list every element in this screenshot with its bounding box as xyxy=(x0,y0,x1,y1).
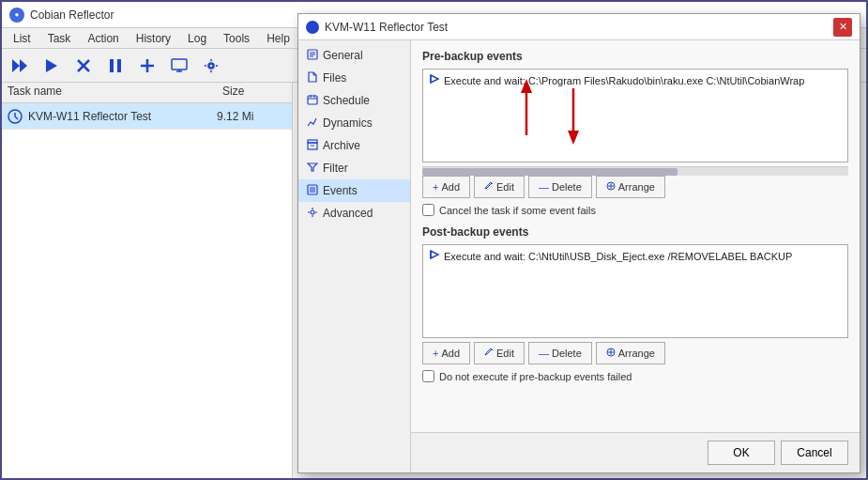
post-arrange-btn[interactable]: Arrange xyxy=(596,342,665,364)
nav-advanced-label: Advanced xyxy=(323,207,373,220)
checkbox-cancel[interactable] xyxy=(422,204,434,216)
task-name: KVM-W11 Reflector Test xyxy=(28,110,217,123)
menu-tools[interactable]: Tools xyxy=(216,30,257,47)
toolbar-pause-btn[interactable] xyxy=(101,53,129,79)
svg-line-16 xyxy=(15,116,18,119)
menu-history[interactable]: History xyxy=(129,30,178,47)
pre-backup-event-text: Execute and wait: C:\Program Files\Rakud… xyxy=(444,75,804,86)
svg-point-13 xyxy=(209,64,213,68)
menu-list[interactable]: List xyxy=(6,30,38,47)
dynamics-icon xyxy=(306,116,319,130)
post-delete-icon: — xyxy=(539,348,549,359)
nav-archive-label: Archive xyxy=(323,139,360,152)
pre-backup-event-item: Execute and wait: C:\Program Files\Rakud… xyxy=(423,70,847,91)
pre-backup-scrollbar-thumb xyxy=(422,168,678,176)
advanced-icon xyxy=(306,207,319,220)
menu-task[interactable]: Task xyxy=(40,30,79,47)
svg-marker-44 xyxy=(568,131,579,145)
pre-add-btn[interactable]: + Add xyxy=(422,176,470,198)
checkbox-noexec-row: Do not execute if pre-backup events fail… xyxy=(422,370,848,382)
menu-help[interactable]: Help xyxy=(259,30,297,47)
pre-backup-scrollbar[interactable] xyxy=(422,166,848,176)
pre-add-icon: + xyxy=(433,181,438,193)
menu-log[interactable]: Log xyxy=(180,30,214,47)
nav-dynamics-label: Dynamics xyxy=(323,116,373,130)
post-arrange-icon xyxy=(606,348,616,359)
task-size: 9.12 Mi xyxy=(217,110,292,123)
nav-files[interactable]: Files xyxy=(298,67,410,89)
checkbox-cancel-label: Cancel the task if some event fails xyxy=(439,205,596,216)
dialog-title-left: KVM-W11 Reflector Test xyxy=(306,21,448,34)
schedule-icon xyxy=(306,94,319,107)
dialog-close-btn[interactable]: ✕ xyxy=(833,18,852,37)
files-icon xyxy=(306,71,319,85)
pre-arrange-btn[interactable]: Arrange xyxy=(596,176,665,198)
checkbox-noexec[interactable] xyxy=(422,370,434,382)
nav-schedule[interactable]: Schedule xyxy=(298,89,410,112)
checkbox-noexec-label: Do not execute if pre-backup events fail… xyxy=(439,371,632,382)
toolbar-stop-btn[interactable] xyxy=(69,53,98,79)
svg-point-34 xyxy=(311,210,314,214)
post-backup-event-text: Execute and wait: C:\NtUtil\USB_Disk_Eje… xyxy=(444,251,792,262)
svg-rect-6 xyxy=(117,59,121,72)
svg-marker-0 xyxy=(12,59,20,72)
col-size: Size xyxy=(217,83,292,102)
col-task-name: Task name xyxy=(2,83,217,102)
nav-filter-label: Filter xyxy=(323,162,348,175)
nav-archive[interactable]: Archive xyxy=(298,134,410,157)
app-window: ● Cobian Reflector List Task Action Hist… xyxy=(0,0,868,480)
pre-delete-btn[interactable]: — Delete xyxy=(528,176,592,198)
pre-backup-btn-row: + Add Edit — Delete xyxy=(422,176,848,198)
pre-edit-icon xyxy=(484,181,494,193)
nav-schedule-label: Schedule xyxy=(323,94,370,107)
filter-icon xyxy=(306,162,319,175)
dialog-nav: General Files Schedule xyxy=(298,40,411,472)
post-backup-label: Post-backup events xyxy=(422,225,848,239)
svg-rect-9 xyxy=(172,59,187,70)
post-edit-icon xyxy=(484,348,494,359)
app-title: Cobian Reflector xyxy=(30,8,114,22)
post-add-btn[interactable]: + Add xyxy=(422,342,470,364)
nav-events[interactable]: Events xyxy=(298,179,410,202)
cancel-button[interactable]: Cancel xyxy=(781,441,848,465)
nav-general[interactable]: General xyxy=(298,44,410,67)
post-backup-events-list[interactable]: Execute and wait: C:\NtUtil\USB_Disk_Eje… xyxy=(422,244,848,338)
svg-marker-1 xyxy=(20,59,27,72)
dialog-content: Pre-backup events Execute and wait: C:\P… xyxy=(411,40,860,432)
nav-filter[interactable]: Filter xyxy=(298,157,410,179)
archive-icon xyxy=(306,139,319,152)
pre-backup-events-list[interactable]: Execute and wait: C:\Program Files\Rakud… xyxy=(422,69,848,163)
svg-rect-23 xyxy=(308,96,317,104)
pre-arrange-icon xyxy=(606,181,616,193)
nav-dynamics[interactable]: Dynamics xyxy=(298,112,410,134)
dialog-titlebar: KVM-W11 Reflector Test ✕ xyxy=(298,14,860,40)
task-row[interactable]: KVM-W11 Reflector Test 9.12 Mi xyxy=(2,103,292,130)
svg-marker-2 xyxy=(46,59,57,72)
nav-events-label: Events xyxy=(323,184,358,197)
nav-advanced[interactable]: Advanced xyxy=(298,202,410,225)
general-icon xyxy=(306,49,319,62)
events-icon xyxy=(306,184,319,197)
dialog-body: General Files Schedule xyxy=(298,40,860,472)
tasklist-area: Task name Size KVM-W11 Reflector Test 9.… xyxy=(2,83,293,478)
ok-button[interactable]: OK xyxy=(708,441,775,465)
nav-files-label: Files xyxy=(323,71,346,85)
svg-rect-5 xyxy=(110,59,114,72)
post-backup-btn-row: + Add Edit — Delete xyxy=(422,342,848,364)
tasklist-header: Task name Size xyxy=(2,83,292,103)
dialog-title-icon xyxy=(306,21,319,34)
menu-action[interactable]: Action xyxy=(80,30,126,47)
toolbar-monitor-btn[interactable] xyxy=(165,53,193,79)
post-delete-btn[interactable]: — Delete xyxy=(528,342,592,364)
post-edit-btn[interactable]: Edit xyxy=(474,342,525,364)
pre-delete-icon: — xyxy=(539,181,549,193)
dialog-footer: OK Cancel xyxy=(411,432,860,472)
pre-edit-btn[interactable]: Edit xyxy=(474,176,525,198)
toolbar-settings-btn[interactable] xyxy=(197,53,225,79)
pre-backup-label: Pre-backup events xyxy=(422,50,848,63)
toolbar-add-btn[interactable] xyxy=(133,53,161,79)
toolbar-run-fast-btn[interactable] xyxy=(6,53,34,79)
toolbar-run-btn[interactable] xyxy=(38,53,66,79)
post-backup-event-item: Execute and wait: C:\NtUtil\USB_Disk_Eje… xyxy=(423,245,847,267)
post-event-icon xyxy=(429,249,440,263)
